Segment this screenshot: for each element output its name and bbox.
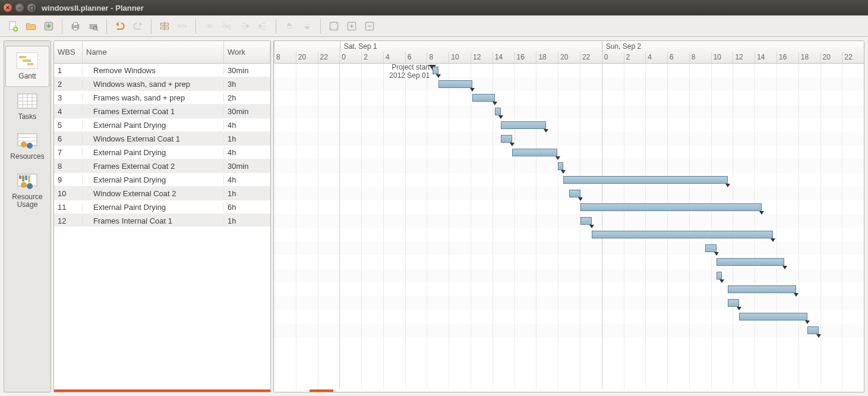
outdent-button[interactable] (254, 18, 271, 34)
svg-rect-21 (27, 63, 33, 65)
table-row[interactable]: 2Windows wash, sand + prep3h (54, 77, 270, 91)
sidebar-item-gantt[interactable]: Gantt (5, 46, 49, 87)
open-file-button[interactable] (23, 18, 39, 34)
table-row[interactable]: 9External Paint Drying4h (54, 173, 270, 187)
cell-work: 4h (224, 148, 270, 157)
dependency-arrow-icon (816, 334, 821, 338)
move-down-button[interactable] (299, 18, 315, 34)
unlink-button[interactable] (219, 18, 235, 34)
gantt-bar[interactable] (717, 258, 785, 266)
day-header (274, 41, 340, 52)
titlebar: ✕ – ▢ windowsII.planner - Planner (0, 0, 868, 15)
move-up-button[interactable] (281, 18, 298, 34)
gantt-bar[interactable] (495, 108, 501, 115)
gantt-bar[interactable] (705, 244, 717, 252)
scrollbar-horizontal[interactable] (310, 389, 333, 392)
sidebar-item-tasks[interactable]: Tasks (5, 87, 49, 127)
hour-header: 20 (820, 52, 842, 63)
cell-work: 30min (224, 66, 270, 75)
cell-name: External Paint Drying (83, 148, 224, 157)
sidebar-item-resources[interactable]: Resources (5, 127, 49, 166)
undo-button[interactable] (112, 18, 128, 34)
col-header-work[interactable]: Work (224, 41, 270, 63)
remove-task-button[interactable] (174, 18, 191, 34)
zoom-in-button[interactable] (343, 18, 360, 34)
task-table-panel: WBS Name Work 1Remove Windows30min2Windo… (53, 40, 271, 392)
table-row[interactable]: 6Windows External Coat 11h (54, 132, 270, 146)
gantt-bar[interactable] (569, 190, 580, 197)
table-row[interactable]: 8Frames External Coat 230min (54, 159, 270, 173)
window-maximize-button[interactable]: ▢ (27, 4, 36, 12)
gantt-row (274, 64, 864, 77)
table-row[interactable]: 7External Paint Drying4h (54, 146, 270, 159)
gantt-bar[interactable] (472, 94, 495, 102)
gantt-bar[interactable] (438, 80, 472, 88)
gantt-chart-area[interactable]: Project start 2012 Sep 01 (274, 64, 864, 389)
svg-rect-27 (19, 175, 21, 179)
sidebar-item-resource-usage[interactable]: Resource Usage (5, 167, 49, 215)
gantt-row (274, 105, 864, 118)
table-row[interactable]: 3Frames wash, sand + prep2h (54, 91, 270, 105)
col-header-wbs[interactable]: WBS (54, 41, 83, 63)
cell-work: 4h (224, 121, 270, 130)
indent-button[interactable] (236, 18, 253, 34)
cell-work: 1h (224, 134, 270, 143)
hour-header: 4 (383, 52, 405, 63)
day-header: Sat, Sep 1 (340, 41, 602, 52)
gantt-bar[interactable] (580, 217, 592, 225)
gantt-bar[interactable] (558, 162, 564, 170)
table-row[interactable]: 12Frames Internal Coat 11h (54, 214, 270, 227)
gantt-bar[interactable] (563, 176, 728, 184)
hour-header: 6 (667, 52, 689, 63)
table-row[interactable]: 1Remove Windows30min (54, 64, 270, 77)
gantt-bar[interactable] (739, 313, 807, 320)
window-minimize-button[interactable]: – (15, 4, 24, 12)
zoom-out-button[interactable] (361, 18, 378, 34)
cell-wbs: 3 (54, 93, 83, 102)
gantt-row (274, 228, 864, 241)
gantt-bar[interactable] (807, 326, 819, 334)
sidebar-item-label: Resources (10, 153, 44, 161)
table-row[interactable]: 10Window External Coat 21h (54, 187, 270, 200)
cell-name: Windows External Coat 1 (83, 134, 224, 143)
gantt-bar[interactable] (433, 67, 438, 74)
task-table-headers: WBS Name Work (54, 41, 270, 64)
print-preview-button[interactable] (85, 18, 102, 34)
save-file-button[interactable] (40, 18, 57, 34)
gantt-bar[interactable] (728, 299, 739, 307)
gantt-bar[interactable] (501, 121, 546, 129)
gantt-bar[interactable] (580, 203, 762, 211)
table-row[interactable]: 11External Paint Drying6h (54, 200, 270, 214)
scrollbar-horizontal[interactable] (54, 389, 270, 392)
col-header-name[interactable]: Name (83, 41, 224, 63)
gantt-bar[interactable] (717, 272, 722, 279)
svg-point-31 (21, 182, 27, 188)
tasks-icon (17, 93, 38, 109)
svg-rect-5 (74, 27, 78, 30)
new-file-button[interactable] (5, 18, 21, 34)
gantt-bar[interactable] (592, 231, 774, 238)
hour-header: 18 (536, 52, 558, 63)
gantt-bar[interactable] (728, 285, 796, 293)
cell-work: 1h (224, 189, 270, 198)
hour-header: 8 (689, 52, 711, 63)
cell-name: Frames External Coat 1 (83, 107, 224, 116)
window-close-button[interactable]: ✕ (4, 4, 12, 12)
print-button[interactable] (67, 18, 84, 34)
gantt-row (274, 296, 864, 310)
gantt-bar[interactable] (501, 135, 512, 143)
zoom-fit-button[interactable] (326, 18, 342, 34)
gantt-row (274, 269, 864, 282)
gantt-bar[interactable] (512, 149, 557, 156)
insert-task-button[interactable] (156, 18, 173, 34)
cell-wbs: 6 (54, 134, 83, 143)
hour-header: 4 (645, 52, 667, 63)
hour-header: 14 (755, 52, 777, 63)
sidebar-item-label: Tasks (18, 113, 37, 121)
cell-name: External Paint Drying (83, 175, 224, 184)
redo-button[interactable] (130, 18, 146, 34)
hour-header: 8 (274, 52, 296, 63)
table-row[interactable]: 4Frames External Coat 130min (54, 105, 270, 118)
link-button[interactable] (201, 18, 217, 34)
table-row[interactable]: 5External Paint Drying4h (54, 118, 270, 132)
